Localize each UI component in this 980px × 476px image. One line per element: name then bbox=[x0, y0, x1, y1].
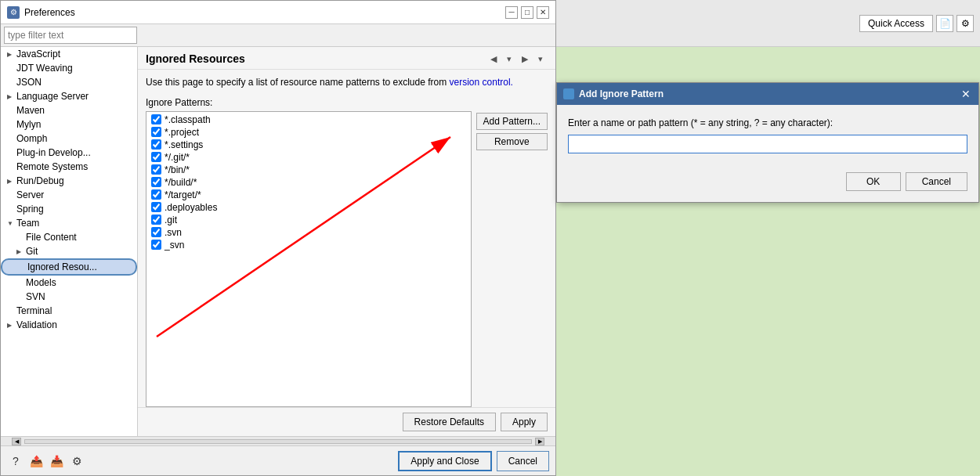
apply-and-close-button[interactable]: Apply and Close bbox=[398, 451, 491, 471]
pattern-text: .git bbox=[165, 215, 177, 225]
patterns-buttons: Add Pattern... Remove bbox=[476, 111, 548, 407]
toolbar-icon-2[interactable]: ⚙ bbox=[956, 15, 974, 32]
sidebar-item-json[interactable]: JSON bbox=[1, 75, 137, 89]
sidebar-item-label: JSON bbox=[16, 77, 42, 88]
sidebar-item-team[interactable]: ▼ Team bbox=[1, 216, 137, 230]
sidebar-item-javascript[interactable]: ▶ JavaScript bbox=[1, 47, 137, 61]
sidebar-item-spring[interactable]: Spring bbox=[1, 202, 137, 216]
sidebar-item-terminal[interactable]: Terminal bbox=[1, 304, 137, 318]
search-input[interactable] bbox=[4, 27, 137, 44]
pattern-text: *.project bbox=[165, 127, 199, 138]
sidebar-item-label: File Content bbox=[26, 232, 77, 243]
bottom-actions: Apply and Close Cancel bbox=[398, 451, 549, 471]
dialog-icon bbox=[563, 88, 574, 99]
search-toolbar bbox=[1, 24, 555, 47]
list-item: .deployables bbox=[148, 201, 469, 214]
prefs-body: ▶ JavaScript JDT Weaving JSON ▶ Language… bbox=[1, 47, 555, 436]
bottom-icon-group: ? 📤 📥 ⚙ bbox=[7, 453, 85, 470]
settings-button[interactable]: ⚙ bbox=[68, 453, 85, 470]
sidebar-item-mylyn[interactable]: Mylyn bbox=[1, 117, 137, 132]
sidebar-item-server[interactable]: Server bbox=[1, 188, 137, 202]
forward-button[interactable]: ▶ bbox=[518, 52, 532, 66]
expand-arrow: ▼ bbox=[7, 220, 15, 227]
add-pattern-button[interactable]: Add Pattern... bbox=[476, 113, 548, 130]
pattern-input[interactable] bbox=[568, 135, 967, 153]
pattern-checkbox[interactable] bbox=[151, 215, 161, 225]
dialog-footer: OK Cancel bbox=[557, 166, 978, 202]
quick-access-bar: Quick Access 📄 ⚙ bbox=[556, 0, 980, 47]
pattern-checkbox[interactable] bbox=[151, 240, 161, 250]
list-item: */.git/* bbox=[148, 151, 469, 164]
content-footer: Restore Defaults Apply bbox=[138, 407, 555, 436]
scroll-left-button[interactable]: ◀ bbox=[12, 438, 21, 445]
list-item: *.project bbox=[148, 126, 469, 139]
expand-arrow: ▶ bbox=[7, 93, 15, 100]
remove-button[interactable]: Remove bbox=[476, 133, 548, 150]
pattern-text: */build/* bbox=[165, 177, 197, 188]
sidebar-item-file-content[interactable]: File Content bbox=[1, 230, 137, 244]
pattern-checkbox[interactable] bbox=[151, 139, 161, 150]
pattern-text: */.git/* bbox=[165, 152, 190, 163]
sidebar-item-ignored-resources[interactable]: Ignored Resou... bbox=[1, 258, 137, 276]
back-button[interactable]: ◀ bbox=[486, 52, 501, 66]
list-item: */target/* bbox=[148, 189, 469, 201]
pattern-checkbox[interactable] bbox=[151, 152, 161, 162]
version-control-link[interactable]: version control. bbox=[450, 77, 513, 88]
import-button[interactable]: 📥 bbox=[48, 453, 65, 470]
scroll-right-button[interactable]: ▶ bbox=[535, 438, 544, 445]
help-button[interactable]: ? bbox=[7, 453, 24, 470]
dialog-close-button[interactable]: ✕ bbox=[960, 88, 972, 100]
dialog-ok-button[interactable]: OK bbox=[846, 172, 901, 191]
sidebar-item-label: Server bbox=[16, 189, 44, 200]
sidebar-item-git[interactable]: ▶ Git bbox=[1, 244, 137, 258]
sidebar-item-label: Mylyn bbox=[16, 119, 41, 130]
content-header: Ignored Resources ◀ ▾ ▶ ▾ bbox=[138, 47, 555, 70]
pattern-text: *.settings bbox=[165, 139, 203, 150]
sidebar-item-svn[interactable]: SVN bbox=[1, 290, 137, 304]
pattern-text: .deployables bbox=[165, 202, 217, 213]
prefs-main-content: Ignored Resources ◀ ▾ ▶ ▾ Use this page … bbox=[138, 47, 555, 436]
close-button[interactable]: ✕ bbox=[537, 6, 549, 19]
sidebar-item-plugin-development[interactable]: Plug-in Develop... bbox=[1, 146, 137, 160]
pattern-checkbox[interactable] bbox=[151, 164, 161, 175]
sidebar-item-language-server[interactable]: ▶ Language Server bbox=[1, 89, 137, 103]
minimize-button[interactable]: ─ bbox=[505, 6, 518, 19]
sidebar-item-models[interactable]: Models bbox=[1, 276, 137, 290]
cancel-button[interactable]: Cancel bbox=[497, 451, 549, 471]
dialog-label: Enter a name or path pattern (* = any st… bbox=[568, 117, 967, 128]
sidebar-item-validation[interactable]: ▶ Validation bbox=[1, 318, 137, 332]
add-ignore-pattern-dialog: Add Ignore Pattern ✕ Enter a name or pat… bbox=[556, 82, 979, 203]
pattern-checkbox[interactable] bbox=[151, 202, 161, 212]
list-item: *.classpath bbox=[148, 114, 469, 126]
forward-dropdown-button[interactable]: ▾ bbox=[533, 52, 548, 66]
pattern-checkbox[interactable] bbox=[151, 227, 161, 237]
restore-defaults-button[interactable]: Restore Defaults bbox=[403, 413, 496, 431]
sidebar-item-label: Language Server bbox=[16, 91, 89, 102]
sidebar-item-maven[interactable]: Maven bbox=[1, 103, 137, 117]
app-icon: ⚙ bbox=[7, 6, 20, 19]
list-item: .git bbox=[148, 214, 469, 226]
apply-button[interactable]: Apply bbox=[501, 413, 548, 431]
pattern-checkbox[interactable] bbox=[151, 189, 161, 200]
sidebar-item-oomph[interactable]: Oomph bbox=[1, 132, 137, 146]
sidebar-item-label: Team bbox=[16, 218, 39, 229]
pattern-checkbox[interactable] bbox=[151, 114, 161, 124]
patterns-area: *.classpath *.project *.settings */.git/… bbox=[138, 111, 555, 407]
quick-access-button[interactable]: Quick Access bbox=[859, 15, 933, 32]
back-dropdown-button[interactable]: ▾ bbox=[502, 52, 516, 66]
sidebar-item-jdt-weaving[interactable]: JDT Weaving bbox=[1, 61, 137, 75]
pattern-checkbox[interactable] bbox=[151, 177, 161, 187]
dialog-titlebar-left: Add Ignore Pattern bbox=[563, 88, 664, 99]
sidebar-item-label: JavaScript bbox=[16, 49, 60, 60]
maximize-button[interactable]: □ bbox=[521, 6, 533, 19]
content-nav: ◀ ▾ ▶ ▾ bbox=[486, 52, 548, 66]
pattern-checkbox[interactable] bbox=[151, 127, 161, 137]
export-button[interactable]: 📤 bbox=[27, 453, 45, 470]
sidebar-item-run-debug[interactable]: ▶ Run/Debug bbox=[1, 174, 137, 188]
pattern-text: .svn bbox=[165, 227, 182, 238]
list-item: */bin/* bbox=[148, 164, 469, 176]
sidebar-item-remote-systems[interactable]: Remote Systems bbox=[1, 160, 137, 174]
toolbar-icon-1[interactable]: 📄 bbox=[936, 15, 953, 32]
preferences-window: ⚙ Preferences ─ □ ✕ ▶ JavaScript JDT Wea… bbox=[0, 0, 556, 476]
dialog-cancel-button[interactable]: Cancel bbox=[906, 172, 967, 191]
